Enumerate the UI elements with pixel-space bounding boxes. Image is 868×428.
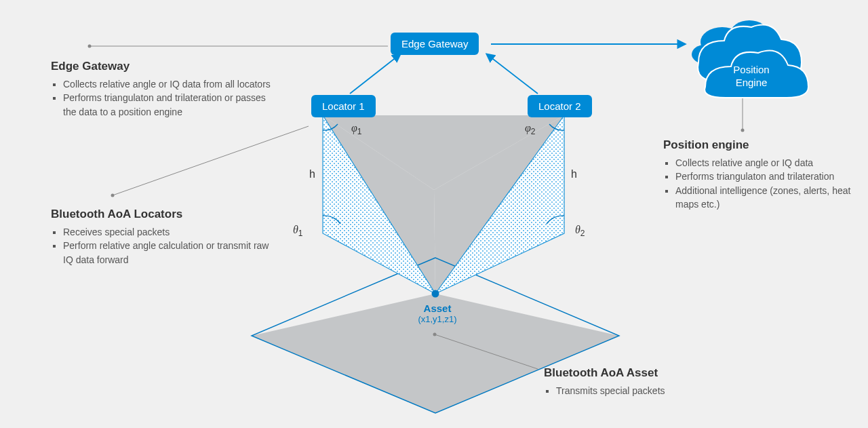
- locators-block: Bluetooth AoA Locators Receives special …: [51, 208, 275, 267]
- svg-point-19: [433, 333, 437, 336]
- h-right-label: h: [571, 168, 577, 180]
- cloud-label: Position Engine: [724, 64, 778, 90]
- edge-gateway-title: Edge Gateway: [51, 60, 275, 73]
- locators-bullet: Perform relative angle calculation or tr…: [63, 239, 275, 267]
- svg-point-15: [88, 45, 92, 48]
- phi1-label: φ1: [351, 122, 362, 136]
- h-left-label: h: [309, 168, 315, 180]
- position-title: Position engine: [663, 138, 868, 152]
- position-bullet: Performs triangulaton and trilateration: [675, 170, 868, 183]
- edge-gateway-block: Edge Gateway Collects relative angle or …: [51, 60, 275, 119]
- locators-bullet: Receives special packets: [63, 225, 275, 239]
- asset-block-title: Bluetooth AoA Asset: [544, 366, 665, 380]
- svg-point-17: [111, 194, 115, 197]
- edge-gateway-node: Edge Gateway: [391, 33, 479, 55]
- asset-block: Bluetooth AoA Asset Transmits special pa…: [544, 366, 665, 397]
- svg-point-21: [741, 129, 745, 132]
- position-bullet: Additional intelligence (zones, alerts, …: [675, 184, 868, 212]
- position-bullet: Collects relative angle or IQ data: [675, 156, 868, 170]
- svg-point-10: [432, 290, 439, 298]
- locators-title: Bluetooth AoA Locators: [51, 208, 275, 221]
- svg-line-16: [113, 126, 309, 195]
- edge-gateway-bullet: Performs triangulaton and trilateration …: [63, 91, 275, 119]
- position-engine-block: Position engine Collects relative angle …: [663, 138, 868, 211]
- theta1-label: θ1: [293, 224, 303, 238]
- asset-bullet: Transmits special packets: [556, 384, 665, 397]
- theta2-label: θ2: [575, 224, 585, 238]
- locator-1-node: Locator 1: [311, 95, 376, 117]
- edge-gateway-bullet: Collects relative angle or IQ data from …: [63, 77, 275, 91]
- locator-2-node: Locator 2: [528, 95, 592, 117]
- phi2-label: φ2: [525, 122, 536, 136]
- svg-line-11: [350, 54, 400, 94]
- svg-line-12: [487, 54, 538, 94]
- asset-label: Asset (x1,y1,z1): [407, 303, 468, 324]
